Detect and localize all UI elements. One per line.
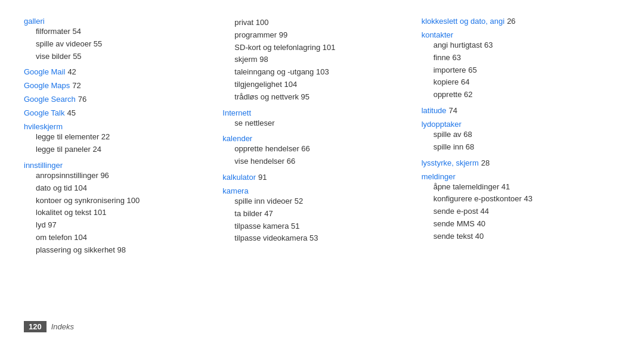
sub-entry: ta bilder 47 (222, 208, 409, 220)
sub-entry: legge til elementer 22 (24, 131, 210, 144)
section-heading[interactable]: Google Maps72 (24, 81, 210, 90)
index-section: kameraspille inn videoer 52ta bilder 47t… (222, 186, 409, 245)
sub-entry: angi hurtigtast 63 (422, 39, 608, 52)
index-columns: gallerifilformater 54spille av videoer 5… (24, 17, 620, 315)
index-link[interactable]: meldinger (422, 172, 456, 181)
section-heading[interactable]: hvileskjerm (24, 122, 210, 131)
index-section: Internettse nettleser (222, 108, 409, 130)
sub-entry: tilpasse videokamera 53 (222, 232, 409, 245)
section-heading[interactable]: kontakter (422, 30, 608, 39)
sub-entry: spille av 68 (422, 129, 608, 141)
sub-entry: sende e-post 44 (422, 205, 608, 218)
sub-entry: vise bilder 55 (24, 51, 210, 63)
index-section: innstillingeranropsinnstillinger 96dato … (24, 161, 210, 257)
sub-entry: åpne talemeldinger 41 (422, 181, 608, 194)
index-link[interactable]: galleri (24, 17, 45, 26)
index-section: Google Search76 (24, 95, 210, 104)
index-section: hvileskjermlegge til elementer 22legge t… (24, 122, 210, 156)
index-section: klokkeslett og dato, angi26 (422, 17, 608, 26)
sub-entry: kontoer og synkronisering 100 (24, 195, 210, 207)
index-link[interactable]: innstillinger (24, 161, 63, 170)
sub-entry: importere 65 (422, 64, 608, 77)
sub-entry: spille av videoer 55 (24, 38, 210, 51)
index-section: kalkulator91 (222, 173, 409, 182)
index-link[interactable]: hvileskjerm (24, 122, 63, 131)
sub-entry: se nettleser (222, 117, 409, 130)
sub-entry: sende tekst 40 (422, 230, 608, 243)
index-link[interactable]: Google Talk (24, 108, 64, 117)
sub-entry: konfigurere e-postkontoer 43 (422, 193, 608, 205)
index-link[interactable]: Google Search (24, 95, 76, 104)
heading-number: 91 (258, 173, 267, 182)
index-section: lysstyrke, skjerm28 (422, 158, 608, 167)
heading-number: 45 (67, 108, 75, 117)
column-1: privat 100programmer 99SD-kort og telefo… (222, 17, 421, 315)
index-link[interactable]: Google Mail (24, 67, 65, 76)
sub-entry: programmer 99 (222, 29, 409, 42)
page: gallerifilformater 54spille av videoer 5… (0, 0, 644, 349)
index-section: meldingeråpne talemeldinger 41konfigurer… (422, 172, 608, 243)
footer-page-number: 120 (24, 321, 47, 332)
sub-entry: finne 63 (422, 52, 608, 64)
heading-number: 76 (78, 95, 86, 104)
sub-entry: taleinngang og -utgang 103 (222, 66, 409, 79)
sub-entry: spille inn videoer 52 (222, 195, 409, 208)
index-section: kontakterangi hurtigtast 63finne 63impor… (422, 30, 608, 101)
sub-entry: opprette 62 (422, 89, 608, 101)
section-heading[interactable]: Google Mail42 (24, 67, 210, 76)
column-2: klokkeslett og dato, angi26kontakterangi… (422, 17, 620, 315)
column-0: gallerifilformater 54spille av videoer 5… (24, 17, 222, 315)
index-link[interactable]: Internett (222, 108, 251, 117)
index-link[interactable]: lysstyrke, skjerm (422, 158, 479, 167)
section-heading[interactable]: kalkulator91 (222, 173, 409, 182)
index-section: Google Mail42 (24, 67, 210, 76)
index-link[interactable]: klokkeslett og dato, angi (422, 17, 504, 26)
sub-entry: om telefon 104 (24, 232, 210, 244)
section-heading[interactable]: latitude74 (422, 106, 608, 115)
sub-entry: tilpasse kamera 51 (222, 220, 409, 233)
index-link[interactable]: latitude (422, 106, 447, 115)
section-heading[interactable]: galleri (24, 17, 210, 26)
section-heading[interactable]: lysstyrke, skjerm28 (422, 158, 608, 167)
index-link[interactable]: lydopptaker (422, 120, 462, 129)
index-link[interactable]: kontakter (422, 30, 453, 39)
heading-number: 74 (449, 106, 457, 115)
index-section: kalenderopprette hendelser 66vise hendel… (222, 134, 409, 168)
footer-label: Indeks (51, 322, 74, 331)
section-heading[interactable]: kamera (222, 186, 409, 195)
section-heading[interactable]: lydopptaker (422, 120, 608, 129)
sub-entry: lyd 97 (24, 219, 210, 232)
index-link[interactable]: kalkulator (222, 173, 256, 182)
sub-entry: anropsinnstillinger 96 (24, 170, 210, 182)
index-section: gallerifilformater 54spille av videoer 5… (24, 17, 210, 63)
index-link[interactable]: kamera (222, 186, 248, 195)
sub-entry: plassering og sikkerhet 98 (24, 244, 210, 257)
index-section: Google Talk45 (24, 108, 210, 117)
section-heading[interactable]: innstillinger (24, 161, 210, 170)
section-heading[interactable]: klokkeslett og dato, angi26 (422, 17, 608, 26)
sub-entry: filformater 54 (24, 26, 210, 38)
sub-entry: trådløs og nettverk 95 (222, 91, 409, 104)
section-heading[interactable]: meldinger (422, 172, 608, 181)
index-section: privat 100programmer 99SD-kort og telefo… (222, 17, 409, 104)
section-heading[interactable]: Google Search76 (24, 95, 210, 104)
sub-entry: opprette hendelser 66 (222, 143, 409, 155)
sub-entry: skjerm 98 (222, 54, 409, 66)
sub-entry: tilgjengelighet 104 (222, 79, 409, 91)
footer: 120 Indeks (24, 321, 620, 332)
section-heading[interactable]: Google Talk45 (24, 108, 210, 117)
heading-number: 42 (67, 67, 76, 76)
sub-entry: kopiere 64 (422, 76, 608, 89)
heading-number: 72 (72, 81, 80, 90)
sub-entry: SD-kort og telefonlagring 101 (222, 42, 409, 54)
heading-number: 26 (507, 17, 515, 26)
section-heading[interactable]: Internett (222, 108, 409, 117)
sub-entry: spille inn 68 (422, 141, 608, 154)
section-heading[interactable]: kalender (222, 134, 409, 143)
sub-entry: vise hendelser 66 (222, 155, 409, 168)
index-link[interactable]: kalender (222, 134, 252, 143)
sub-entry: sende MMS 40 (422, 218, 608, 230)
index-link[interactable]: Google Maps (24, 81, 70, 90)
sub-entry: legge til paneler 24 (24, 144, 210, 156)
sub-entry: dato og tid 104 (24, 182, 210, 195)
